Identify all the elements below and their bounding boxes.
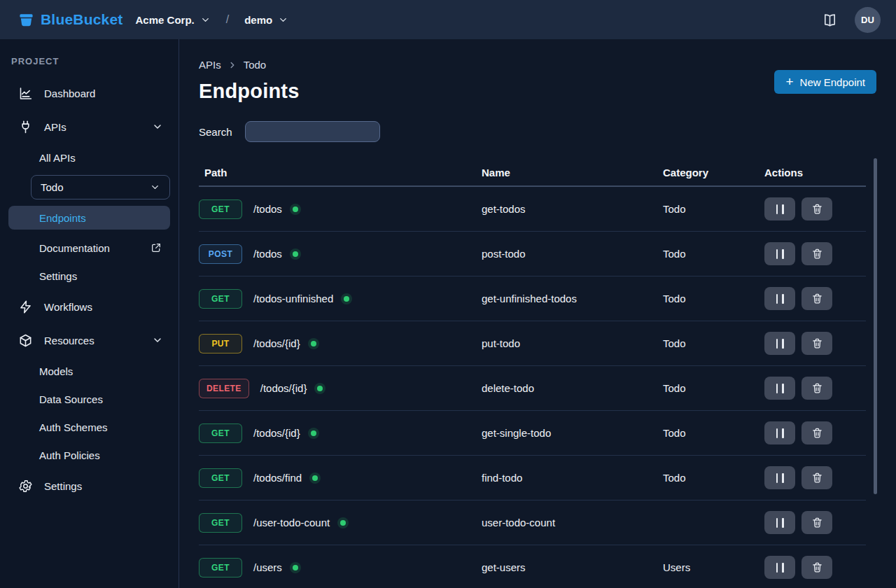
sidebar-item-dashboard[interactable]: Dashboard [8,76,170,110]
sidebar-item-models[interactable]: Models [8,357,170,385]
endpoint-category: Todo [657,248,759,260]
endpoint-path: /users [253,561,282,573]
brand-bucket-icon [18,12,34,28]
status-dot [344,296,349,302]
endpoint-category: Todo [657,427,759,439]
brand-name: BlueBucket [41,11,123,28]
sidebar-item-endpoints[interactable]: Endpoints [8,206,170,230]
method-badge: POST [199,244,242,264]
trash-icon [811,203,823,215]
delete-button[interactable] [802,556,832,579]
sidebar-item-documentation[interactable]: Documentation [8,234,170,262]
cube-icon [18,333,33,348]
delete-button[interactable] [802,287,832,310]
project-switcher[interactable]: demo [239,10,294,30]
pause-button[interactable] [764,197,795,220]
delete-button[interactable] [802,421,832,444]
table-row: GET /todos get-todos Todo [199,187,866,232]
brand[interactable]: BlueBucket [18,11,123,28]
chevron-down-icon [278,15,288,25]
pause-icon [776,563,784,573]
sidebar-item-apis[interactable]: APIs [8,110,170,144]
pause-button[interactable] [764,377,795,400]
method-badge: GET [199,468,242,488]
sidebar-item-label: Auth Schemes [39,421,108,433]
delete-button[interactable] [802,332,832,355]
sidebar-item-settings[interactable]: Settings [8,469,170,503]
pause-button[interactable] [764,242,795,265]
status-dot [311,341,316,346]
pause-icon [776,339,784,349]
org-project-separator: / [223,13,232,26]
new-endpoint-label: New Endpoint [800,76,865,88]
delete-button[interactable] [802,511,832,534]
column-header-actions: Actions [759,167,866,178]
endpoint-path: /todos/{id} [253,337,300,349]
chevron-down-icon [152,335,163,346]
chevron-down-icon [200,15,211,25]
sidebar-item-workflows[interactable]: Workflows [8,290,170,323]
avatar-initials: DU [861,15,874,25]
sidebar-item-label: Endpoints [39,212,86,224]
sidebar-item-label: Resources [44,335,94,346]
chevron-down-icon [150,182,160,192]
delete-button[interactable] [802,197,832,220]
method-badge: GET [199,289,242,309]
pause-button[interactable] [764,421,795,444]
gear-icon [18,479,33,493]
endpoint-path: /todos/{id} [253,427,300,439]
pause-icon [776,428,784,438]
delete-button[interactable] [802,466,832,489]
breadcrumb-apis[interactable]: APIs [199,59,221,71]
breadcrumb-todo[interactable]: Todo [244,59,267,71]
pause-button[interactable] [764,511,795,534]
delete-button[interactable] [802,242,832,265]
delete-button[interactable] [802,377,832,400]
sidebar-item-api-settings[interactable]: Settings [8,262,170,290]
status-dot [340,520,346,526]
pause-button[interactable] [764,287,795,310]
table-row: POST /todos post-todo Todo [199,232,866,276]
pause-icon [776,473,784,483]
status-dot [293,565,298,570]
endpoint-path: /todos/{id} [260,382,307,394]
endpoint-name: get-unfinished-todos [476,293,657,304]
avatar[interactable]: DU [855,7,881,33]
table-header-row: Path Name Category Actions [199,159,866,187]
org-switcher[interactable]: Acme Corp. [130,10,216,30]
sidebar-item-resources[interactable]: Resources [8,323,170,357]
sidebar-item-label: Settings [44,480,82,492]
sidebar-item-label: APIs [44,121,66,133]
breadcrumb: APIs Todo [199,59,876,71]
pause-button[interactable] [764,332,795,355]
status-dot [293,251,298,257]
vertical-scrollbar-thumb[interactable] [874,158,877,494]
sidebar-item-all-apis[interactable]: All APIs [8,144,170,172]
table-row: DELETE /todos/{id} delete-todo Todo [199,366,866,411]
pause-button[interactable] [764,466,795,489]
endpoint-name: get-users [476,561,657,573]
sidebar-item-label: Auth Policies [39,449,100,461]
pause-button[interactable] [764,556,795,579]
sidebar-item-auth-policies[interactable]: Auth Policies [8,441,170,469]
search-input[interactable] [245,121,380,142]
sidebar-item-data-sources[interactable]: Data Sources [8,385,170,413]
main-content: APIs Todo Endpoints + New Endpoint Searc… [179,39,896,588]
table-row: GET /todos-unfinished get-unfinished-tod… [199,276,866,321]
api-selector[interactable]: Todo [31,175,170,200]
sidebar-item-auth-schemes[interactable]: Auth Schemes [8,413,170,441]
chevron-right-icon [227,60,237,70]
project-name: demo [244,14,272,26]
sidebar-item-label: Models [39,365,73,377]
trash-icon [811,382,823,394]
docs-book-icon[interactable] [818,8,842,32]
method-badge: GET [199,558,242,578]
endpoint-category: Todo [657,203,759,215]
trash-icon [811,472,823,484]
sidebar: PROJECT Dashboard APIs [0,39,179,588]
endpoint-category: Users [657,561,759,573]
trash-icon [811,561,823,573]
new-endpoint-button[interactable]: + New Endpoint [774,70,876,94]
sidebar-item-label: Settings [39,270,77,282]
pause-icon [776,204,784,214]
